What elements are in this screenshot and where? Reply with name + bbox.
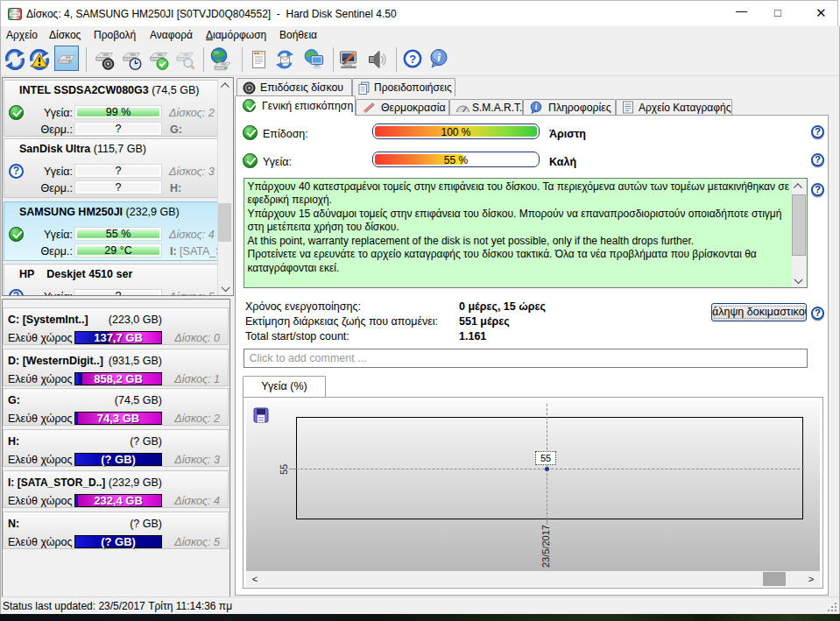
svg-text:i: i — [535, 102, 538, 111]
svg-text:i: i — [437, 51, 441, 64]
svg-text:?: ? — [409, 53, 416, 66]
